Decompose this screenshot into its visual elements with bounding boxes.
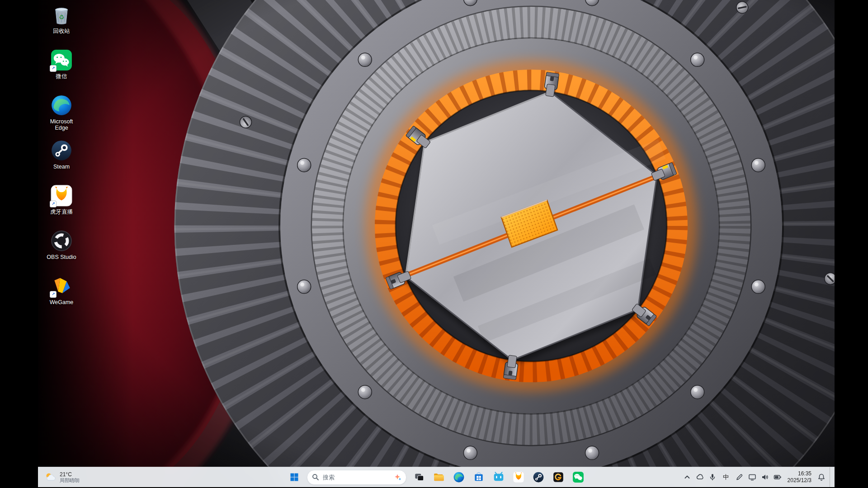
blue-tv-app-icon [493, 471, 505, 483]
tray-pen-button[interactable] [733, 468, 746, 486]
notification-center-button[interactable] [815, 468, 828, 486]
tray-overflow-button[interactable] [681, 468, 693, 486]
pen-icon [736, 473, 744, 481]
task-view-icon [413, 471, 425, 483]
chevron-up-icon [683, 473, 691, 481]
desktop-icon-steam[interactable]: Steam [40, 138, 83, 179]
desktop-icon-label: Microsoft Edge [43, 118, 80, 131]
show-desktop-button[interactable] [830, 467, 833, 487]
tray-ime-button[interactable]: 中 [719, 468, 733, 486]
desktop-icon-huya-live[interactable]: ↗ 虎牙直播 [40, 183, 83, 224]
tray-display-button[interactable] [746, 468, 759, 486]
taskbar-app-wechat[interactable] [569, 468, 587, 486]
desktop-icon-wechat[interactable]: ↗ 微信 [40, 48, 83, 89]
steam-icon [50, 139, 73, 162]
taskbar-app-file-explorer[interactable] [430, 468, 448, 486]
tray-battery-button[interactable] [771, 468, 784, 486]
weather-temperature: 21°C [60, 471, 80, 478]
shortcut-arrow-icon: ↗ [50, 201, 57, 207]
desktop-icon-grid: ♻ 回收站 ↗ 微信 [40, 3, 83, 314]
obs-studio-icon [50, 230, 73, 252]
wechat-icon: ↗ [50, 49, 73, 71]
taskbar-app-microsoft-edge[interactable] [450, 468, 468, 486]
letterbox-right [835, 0, 868, 488]
microsoft-edge-icon [50, 94, 73, 117]
desktop-icon-label: 回收站 [53, 28, 70, 34]
desktop-icon-label: WeGame [50, 299, 74, 305]
steam-icon [533, 471, 544, 483]
sun-behind-cloud-icon [44, 471, 56, 483]
notification-bell-icon [817, 473, 826, 481]
wegame-icon: ↗ [50, 275, 73, 297]
clock-date: 2025/12/3 [788, 477, 811, 484]
desktop-screen: ♻ 回收站 ↗ 微信 [38, 0, 835, 487]
tray-microphone-button[interactable] [706, 468, 719, 486]
onedrive-cloud-icon [696, 473, 704, 481]
weather-widget[interactable]: 21°C 局部晴朗 [42, 467, 82, 487]
display-icon [748, 473, 756, 481]
desktop-icon-label: Steam [53, 164, 70, 170]
windows-logo-icon [289, 472, 300, 483]
recycle-bin-icon: ♻ [50, 4, 73, 26]
ime-indicator: 中 [721, 473, 731, 481]
microsoft-store-icon [473, 471, 485, 483]
desktop-icon-label: 微信 [56, 73, 67, 80]
tray-volume-button[interactable] [759, 468, 771, 486]
taskbar-app-huya-live[interactable] [509, 468, 528, 486]
wechat-icon [572, 471, 584, 483]
huya-live-icon [513, 471, 524, 483]
speaker-icon [761, 473, 769, 481]
letterbox-left [0, 0, 38, 488]
desktop-icon-microsoft-edge[interactable]: Microsoft Edge [40, 93, 83, 134]
microsoft-edge-icon [453, 471, 465, 483]
shortcut-arrow-icon: ↗ [50, 65, 57, 72]
microphone-icon [708, 473, 717, 481]
taskbar-app-microsoft-store[interactable] [470, 468, 488, 486]
start-button[interactable] [285, 468, 303, 486]
system-tray: 中 [681, 467, 833, 487]
sparkle-icon [394, 474, 401, 481]
battery-icon [774, 473, 782, 481]
taskbar: 21°C 局部晴朗 [38, 467, 835, 487]
taskbar-app-blue-tv[interactable] [490, 468, 508, 486]
shortcut-arrow-icon: ↗ [50, 291, 57, 298]
desktop-icon-wegame[interactable]: ↗ WeGame [40, 274, 83, 314]
desktop-icon-recycle-bin[interactable]: ♻ 回收站 [40, 3, 83, 43]
svg-text:♻: ♻ [59, 14, 64, 21]
search-box[interactable] [307, 470, 406, 485]
magnifier-icon [312, 474, 319, 481]
taskbar-app-task-view[interactable] [410, 468, 428, 486]
weather-condition: 局部晴朗 [60, 478, 80, 483]
taskbar-app-g-launcher[interactable] [549, 468, 567, 486]
taskbar-center [285, 467, 587, 487]
huya-live-icon: ↗ [50, 184, 73, 207]
desktop-icon-label: 虎牙直播 [50, 209, 73, 215]
clock[interactable]: 16:35 2025/12/3 [788, 470, 811, 484]
tray-onedrive-button[interactable] [693, 468, 706, 486]
file-explorer-icon [433, 471, 445, 483]
taskbar-app-steam[interactable] [529, 468, 547, 486]
search-input[interactable] [322, 474, 392, 481]
g-launcher-icon [552, 471, 564, 483]
wallpaper [38, 0, 835, 487]
desktop-icon-label: OBS Studio [47, 254, 76, 260]
desktop-icon-obs-studio[interactable]: OBS Studio [40, 229, 83, 269]
clock-time: 16:35 [798, 470, 811, 477]
